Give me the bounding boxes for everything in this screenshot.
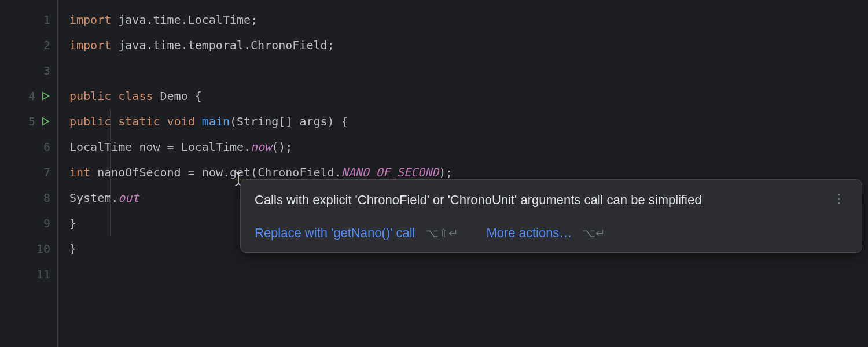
gutter: 1 2 3 4 5 6 7 8 9 10 11 xyxy=(0,0,58,347)
line-number: 3 xyxy=(36,64,50,77)
shortcut-hint: ⌥↵ xyxy=(582,226,605,240)
line-number: 11 xyxy=(36,267,50,281)
code-line[interactable]: import java.time.LocalTime; xyxy=(69,7,868,32)
run-gutter-icon[interactable] xyxy=(41,91,50,101)
line-number: 6 xyxy=(36,140,50,154)
code-line[interactable] xyxy=(69,58,868,83)
more-options-icon[interactable]: ⋮ xyxy=(831,191,848,205)
code-line[interactable]: import java.time.temporal.ChronoField; xyxy=(69,32,868,58)
line-number: 8 xyxy=(36,191,50,205)
line-number: 7 xyxy=(36,165,50,179)
line-number: 2 xyxy=(36,38,50,52)
shortcut-hint: ⌥⇧↵ xyxy=(425,226,458,240)
more-actions-link[interactable]: More actions… xyxy=(486,226,572,241)
code-line[interactable]: LocalTime now = LocalTime.now(); xyxy=(69,134,868,160)
inspection-message: Calls with explicit 'ChronoField' or 'Ch… xyxy=(255,191,701,209)
code-line[interactable] xyxy=(69,261,868,287)
line-number: 4 xyxy=(21,89,35,103)
quickfix-replace-link[interactable]: Replace with 'getNano()' call xyxy=(255,226,415,241)
code-editor: 1 2 3 4 5 6 7 8 9 10 11 import java.time… xyxy=(0,0,868,347)
code-area[interactable]: import java.time.LocalTime; import java.… xyxy=(58,0,868,347)
inspection-tooltip: Calls with explicit 'ChronoField' or 'Ch… xyxy=(240,179,862,253)
run-gutter-icon[interactable] xyxy=(41,117,50,126)
line-number: 1 xyxy=(36,13,50,27)
line-number: 9 xyxy=(36,216,50,230)
code-line[interactable]: public static void main(String[] args) { xyxy=(69,109,868,134)
line-number: 10 xyxy=(36,242,50,256)
code-line[interactable]: public class Demo { xyxy=(69,83,868,109)
line-number: 5 xyxy=(21,115,35,128)
